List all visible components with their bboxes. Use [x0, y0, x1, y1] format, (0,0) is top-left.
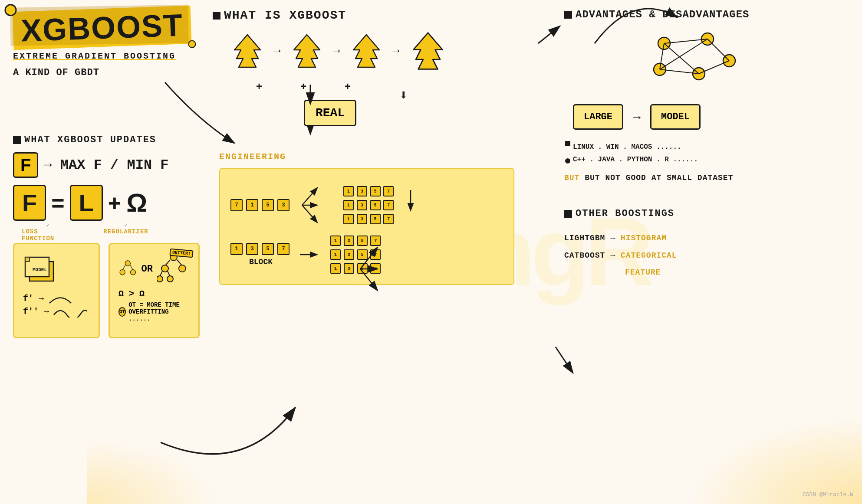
b1: 1: [230, 243, 243, 255]
plus-signs-row: + + +: [256, 80, 351, 92]
plus-3: +: [345, 80, 351, 92]
updates-header: WHAT XGBOOST UPDATES: [13, 134, 168, 145]
ot-row: OT OT = MORE TIME OVERFITTING ......: [118, 301, 190, 322]
svg-point-18: [167, 276, 173, 282]
subtitle: EXTREME GRADIENT BOOSTING: [13, 51, 176, 61]
eng-layout: 7 1 5 3: [230, 179, 503, 231]
complex-tree-svg: [157, 253, 190, 283]
arrow-max-min: → MAX F / MIN F: [43, 157, 168, 173]
catboost-value-2: FEATURE: [564, 264, 677, 281]
derivative-section: f' → f'' →: [23, 292, 90, 317]
cell-5: 5: [262, 199, 274, 211]
dot-1: [565, 141, 570, 146]
dot-2: [565, 158, 570, 164]
sorted-grids: 1 3 5 7 1 3 5 7 1 3 5 7: [343, 186, 395, 224]
plus-sign: +: [108, 190, 121, 216]
f-double-label: f'' →: [23, 307, 49, 317]
b3: 3: [246, 243, 258, 255]
formula-row-1: F → MAX F / MIN F: [13, 152, 168, 178]
sorted-1: 1 3 5 7: [343, 186, 395, 196]
bottom-left-accent: [87, 439, 217, 504]
catboost-value: CATEGORICAL: [621, 251, 677, 260]
catboost-name: CATBOOST: [564, 251, 605, 260]
s1-1: 1: [343, 186, 354, 196]
boost-bullet: [564, 210, 572, 218]
model-box: MODEL f' → f'' →: [13, 243, 100, 338]
catboost-arrow: →: [610, 251, 621, 260]
title-background: XGBOOST: [13, 6, 192, 50]
s1-7: 7: [383, 186, 394, 196]
svg-point-9: [130, 269, 135, 275]
s3-5: 5: [370, 214, 381, 224]
block-row: 1 3 5 7 BLOCK: [230, 236, 503, 274]
s1-3: 3: [357, 186, 367, 196]
real-box: REAL: [304, 100, 356, 126]
or-label: OR: [141, 264, 153, 275]
plus-1: +: [256, 80, 262, 92]
s2-3: 3: [357, 200, 367, 210]
not-good-text: BUT BUT NOT GOOD AT SMALL DATASET: [564, 173, 733, 182]
lightgbm-name: LIGHTGBM: [564, 234, 605, 242]
omega-note-section: Ω > Ω OT OT = MORE TIME OVERFITTING ....…: [118, 289, 190, 322]
svg-point-8: [120, 269, 125, 275]
out-1: 1 3 5 7: [330, 236, 382, 246]
input-grid: 7 1 5 3: [230, 199, 291, 211]
advantages-header: ADVANTAGES & DISADVANTAGES: [564, 9, 749, 20]
reg-label: REGULARIZER: [103, 228, 148, 235]
o2-7: 7: [370, 249, 381, 260]
f-prime-row: f' →: [23, 292, 90, 304]
o1-5: 5: [357, 236, 368, 246]
yellow-boxes-row: MODEL f' → f'' →: [13, 243, 200, 338]
tree-1-icon: [230, 33, 265, 69]
eng-down-arrow: [404, 190, 417, 212]
loss-label-col: ↙ LOSS FUNCTION: [22, 222, 74, 242]
s3-1: 1: [343, 214, 354, 224]
sorted-2: 1 3 5 7: [343, 200, 395, 210]
arch-svg: [47, 292, 73, 304]
complex-tree-wrap: BETTER!: [157, 253, 190, 285]
o3-5: 5: [357, 263, 368, 274]
large-arrow: →: [630, 110, 643, 124]
svg-line-37: [707, 39, 729, 61]
svg-point-17: [157, 276, 163, 282]
o1-1: 1: [330, 236, 341, 246]
big-f: F: [13, 185, 46, 221]
cell-7: 7: [230, 199, 243, 211]
tree-comparison: OR BETTER!: [118, 253, 190, 285]
boosting-items: LIGHTGBM → HISTOGRAM CATBOOST → CATEGORI…: [564, 230, 677, 281]
engineering-label: ENGINEERING: [219, 152, 514, 162]
sorted-3: 1 3 5 7: [343, 214, 395, 224]
o1-3: 3: [344, 236, 354, 246]
cell-1: 1: [246, 199, 258, 211]
s3-7: 7: [383, 214, 394, 224]
o3-3: 3: [344, 263, 354, 274]
svg-marker-21: [353, 35, 379, 67]
arrow-3: →: [392, 44, 400, 58]
credit-text: CSDN @Miracle.W: [803, 491, 853, 498]
engineering-box: 7 1 5 3: [219, 168, 514, 285]
b5: 5: [262, 243, 274, 255]
network-svg: [642, 30, 738, 95]
lightgbm-value: HISTOGRAM: [621, 234, 667, 242]
tech-line-1: LINUX . WIN . MACOS ......: [573, 141, 698, 154]
arrow-2: →: [333, 44, 340, 58]
svg-point-13: [161, 265, 168, 272]
equals-sign: =: [51, 190, 64, 216]
simple-tree-svg: [118, 254, 137, 285]
branch-arrows-svg: [300, 179, 335, 231]
block-label: BLOCK: [230, 258, 291, 266]
b7: 7: [277, 243, 290, 255]
f-double-row: f'' →: [23, 305, 90, 317]
svg-marker-19: [234, 35, 260, 67]
gbdt-label: A KIND OF GBDT: [13, 67, 99, 78]
wave-svg: [53, 305, 87, 317]
lightgbm-arrow: →: [610, 234, 621, 242]
tree-4-icon: [408, 30, 448, 72]
corner-accent: [688, 417, 862, 504]
other-boostings-header: OTHER BOOSTINGS: [564, 208, 674, 219]
o3-1: 1: [330, 263, 341, 274]
tech-stack: LINUX . WIN . MACOS ...... C++ . JAVA . …: [573, 141, 698, 166]
tree-2-icon: [290, 33, 324, 69]
o2-5: 5: [357, 249, 368, 260]
model-cube-svg: MODEL: [23, 253, 62, 288]
